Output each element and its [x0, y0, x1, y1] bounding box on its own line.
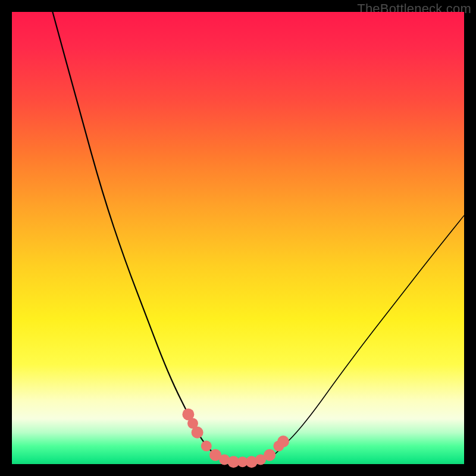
marker-dot	[264, 449, 275, 461]
curve-svg	[12, 12, 464, 464]
marker-dot	[277, 436, 289, 447]
bottleneck-curve-path-right	[238, 215, 464, 462]
marker-dot	[201, 441, 212, 452]
chart-stage: TheBottleneck.com	[0, 0, 476, 476]
marker-dot	[192, 427, 203, 439]
bottleneck-curve-path	[52, 12, 251, 462]
plot-area	[12, 12, 464, 464]
marker-group	[182, 408, 289, 468]
